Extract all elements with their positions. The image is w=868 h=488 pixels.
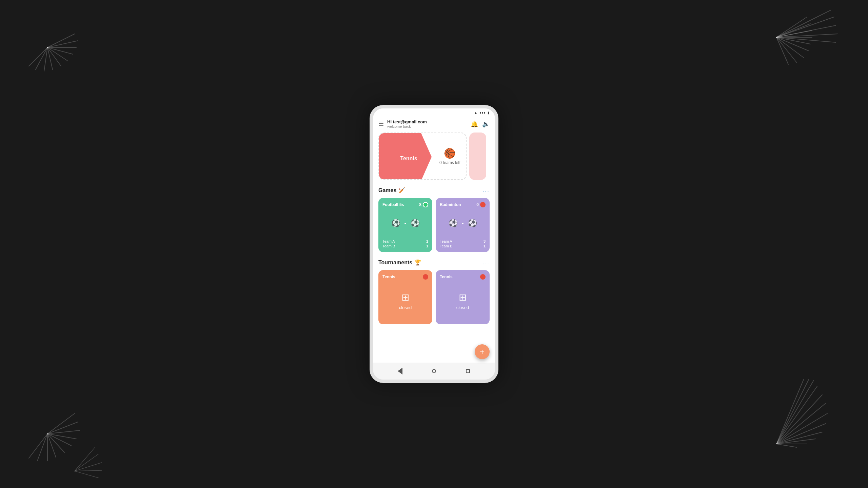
banner-card[interactable]: Tennis 🏀 0 teams left — [378, 133, 467, 180]
score-dash2: - — [462, 220, 464, 227]
game-football-teams: Team A 1 Team B 1 — [382, 239, 428, 248]
content-area: Tennis 🏀 0 teams left Games 🏏 ... — [373, 133, 495, 363]
fab-add-button[interactable]: + — [475, 344, 490, 359]
tournament-closed-1: closed — [399, 305, 412, 310]
nav-back-button[interactable] — [395, 366, 405, 376]
game-card-football-header: Football 5s 8 — [382, 202, 428, 207]
game-badminton-teams: Team A 3 Team B 1 — [440, 239, 486, 248]
bell-icon[interactable]: 🔔 — [471, 120, 478, 128]
game-card-football[interactable]: Football 5s 8 ⚽ - ⚽ Team A — [378, 198, 432, 252]
header: ☰ Hi test@gmail.com welcome back 🔔 🔈 — [373, 117, 495, 133]
games-cards-grid: Football 5s 8 ⚽ - ⚽ Team A — [378, 198, 490, 252]
svg-line-9 — [29, 47, 47, 66]
tournaments-emoji: 🏆 — [414, 259, 421, 266]
tournament-status-dot-2 — [480, 274, 486, 280]
team-b-name: Team B — [382, 244, 395, 248]
nav-home-button[interactable] — [429, 366, 439, 376]
basketball-icon: 🏀 — [444, 148, 456, 159]
tournament-sport-2: Tennis — [440, 274, 453, 279]
svg-line-0 — [47, 34, 75, 47]
team-b-row2: Team B 1 — [440, 244, 486, 248]
nav-recents-button[interactable] — [463, 366, 473, 376]
status-dot-active — [423, 202, 428, 207]
header-right: 🔔 🔈 — [471, 120, 490, 128]
svg-line-4 — [47, 47, 68, 61]
team-a-row: Team A 1 — [382, 239, 428, 243]
game-football-badge: 8 — [419, 202, 428, 207]
game-football-count: 8 — [419, 202, 421, 207]
team-a-name2: Team A — [440, 239, 452, 243]
team-a-row2: Team A 3 — [440, 239, 486, 243]
svg-line-50 — [776, 380, 814, 444]
game-badminton-label: Badminton — [440, 202, 461, 207]
svg-line-23 — [776, 37, 836, 42]
tournament-card-tennis-2[interactable]: Tennis ⊞ closed — [436, 270, 490, 324]
tournaments-cards-grid: Tennis ⊞ closed Tennis ⊞ — [378, 270, 490, 324]
svg-line-19 — [776, 10, 831, 37]
svg-line-36 — [75, 463, 102, 471]
tournament-sport-1: Tennis — [382, 274, 395, 279]
tournaments-more-button[interactable]: ... — [482, 259, 490, 266]
tournaments-title-text: Tournaments — [378, 260, 412, 266]
recents-icon — [466, 369, 470, 373]
games-section-header: Games 🏏 ... — [378, 187, 490, 194]
signal-icon: ●●● — [479, 111, 486, 115]
svg-line-34 — [75, 447, 95, 471]
svg-line-32 — [37, 434, 47, 461]
wifi-icon: ▲ — [474, 111, 477, 115]
svg-line-35 — [75, 454, 98, 471]
status-icons: ▲ ●●● ▮ — [474, 111, 490, 115]
team-a-score2: 3 — [484, 239, 486, 243]
score-dash: - — [405, 220, 407, 227]
game-football-score-area: ⚽ - ⚽ — [382, 210, 428, 237]
header-greeting: Hi test@gmail.com welcome back — [387, 119, 427, 128]
team-a-name: Team A — [382, 239, 395, 243]
header-left: ☰ Hi test@gmail.com welcome back — [378, 119, 427, 128]
team-b-score: 1 — [426, 244, 428, 248]
header-welcome: welcome back — [387, 124, 427, 128]
tournament-card-tennis-1[interactable]: Tennis ⊞ closed — [378, 270, 432, 324]
home-icon — [432, 369, 436, 373]
tournament-header-2: Tennis — [440, 274, 486, 280]
tournament-icon-area-2: ⊞ closed — [456, 282, 469, 320]
tournament-header-1: Tennis — [382, 274, 428, 280]
soccer-ball-icon-left: ⚽ — [391, 219, 400, 228]
stadium-icon-1: ⊞ — [401, 292, 409, 303]
games-emoji: 🏏 — [398, 187, 405, 194]
tournaments-title: Tournaments 🏆 — [378, 259, 421, 266]
game-badminton-badge: 0 — [476, 202, 486, 207]
svg-line-1 — [47, 41, 78, 47]
svg-line-40 — [776, 395, 822, 444]
battery-icon: ▮ — [488, 111, 490, 115]
phone-screen: ▲ ●●● ▮ ☰ Hi test@gmail.com welcome back… — [373, 108, 495, 363]
game-card-badminton[interactable]: Badminton 0 ⚽ - ⚽ Team A — [436, 198, 490, 252]
games-title: Games 🏏 — [378, 187, 405, 194]
tournament-icon-area-1: ⊞ closed — [399, 282, 412, 320]
team-b-name2: Team B — [440, 244, 452, 248]
phone-frame: ▲ ●●● ▮ ☰ Hi test@gmail.com welcome back… — [370, 105, 498, 383]
banner-shape: Tennis — [379, 133, 432, 180]
games-more-button[interactable]: ... — [482, 187, 490, 194]
soccer-ball-icon-left2: ⚽ — [449, 219, 458, 228]
game-card-badminton-header: Badminton 0 — [440, 202, 486, 207]
menu-icon[interactable]: ☰ — [378, 120, 384, 128]
team-b-score2: 1 — [484, 244, 486, 248]
game-badminton-score-area: ⚽ - ⚽ — [440, 210, 486, 237]
phone-nav-bar — [373, 363, 495, 380]
soccer-ball-icon-right2: ⚽ — [468, 219, 477, 228]
game-football-label: Football 5s — [382, 202, 404, 207]
svg-line-47 — [776, 444, 797, 447]
team-b-row: Team B 1 — [382, 244, 428, 248]
svg-line-33 — [29, 434, 47, 458]
banner-area: Tennis 🏀 0 teams left — [378, 133, 490, 180]
games-title-text: Games — [378, 187, 396, 194]
back-icon — [398, 368, 402, 374]
banner-card-peek — [469, 133, 486, 180]
volume-icon[interactable]: 🔈 — [482, 120, 490, 128]
svg-line-38 — [75, 471, 98, 478]
svg-line-37 — [75, 470, 102, 471]
game-badminton-count: 0 — [476, 202, 479, 207]
tournaments-section-header: Tournaments 🏆 ... — [378, 259, 490, 266]
team-a-score: 1 — [426, 239, 428, 243]
stadium-icon-2: ⊞ — [459, 292, 467, 303]
